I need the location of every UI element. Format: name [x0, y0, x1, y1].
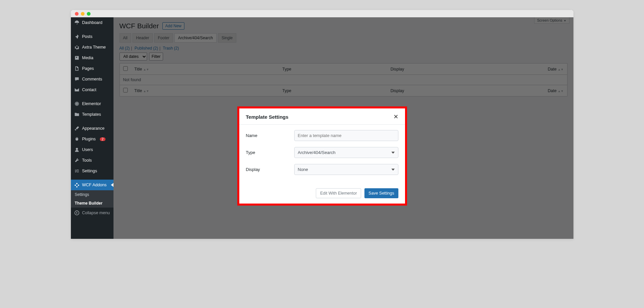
sidebar-item-settings[interactable]: Settings — [71, 166, 113, 176]
admin-sidebar: Dashboard Posts Axtra Theme Media Pages … — [71, 17, 113, 239]
sidebar-item-label: Comments — [82, 77, 102, 81]
plug-icon — [74, 136, 80, 142]
sidebar-item-appearance[interactable]: Appearance — [71, 123, 113, 134]
sidebar-item-label: Axtra Theme — [82, 45, 106, 50]
svg-point-1 — [76, 148, 78, 150]
name-input[interactable] — [294, 130, 398, 141]
media-icon — [74, 55, 80, 61]
submenu-theme-builder[interactable]: Theme Builder — [71, 199, 113, 208]
sidebar-item-media[interactable]: Media — [71, 53, 113, 63]
pin-icon — [74, 34, 80, 39]
sidebar-item-tools[interactable]: Tools — [71, 155, 113, 166]
sidebar-item-users[interactable]: Users — [71, 144, 113, 155]
sidebar-item-pages[interactable]: Pages — [71, 63, 113, 74]
sidebar-item-posts[interactable]: Posts — [71, 31, 113, 42]
sidebar-item-label: Pages — [82, 66, 94, 71]
modal-title: Template Settings — [246, 114, 289, 120]
wrench-icon — [74, 158, 80, 163]
window-zoom-icon[interactable] — [87, 12, 91, 16]
sidebar-item-label: Posts — [82, 34, 93, 39]
template-settings-modal: Template Settings ✕ Name Type Archive/40… — [239, 108, 405, 204]
sidebar-item-label: Media — [82, 56, 94, 60]
collapse-label: Collapse menu — [82, 211, 110, 215]
type-label: Type — [246, 150, 294, 155]
sidebar-item-label: Tools — [82, 158, 92, 163]
sidebar-item-comments[interactable]: Comments — [71, 74, 113, 84]
sidebar-item-contact[interactable]: Contact — [71, 84, 113, 95]
addon-icon — [74, 182, 80, 188]
display-select[interactable]: None — [294, 164, 398, 175]
sidebar-item-label: WCF Addons — [82, 183, 107, 187]
window-minimize-icon[interactable] — [81, 12, 85, 16]
wcf-submenu: Settings Theme Builder — [71, 190, 113, 208]
folder-icon — [74, 112, 80, 117]
svg-point-0 — [75, 102, 79, 106]
elementor-icon — [74, 101, 80, 106]
pages-icon — [74, 66, 80, 71]
save-settings-button[interactable]: Save Settings — [364, 188, 398, 198]
gear-icon — [74, 45, 80, 50]
highlight-border: Template Settings ✕ Name Type Archive/40… — [237, 106, 407, 206]
sidebar-item-label: Elementor — [82, 101, 101, 106]
sidebar-item-axtra[interactable]: Axtra Theme — [71, 42, 113, 53]
comment-icon — [74, 77, 80, 82]
sidebar-item-label: Settings — [82, 169, 97, 173]
sidebar-item-wcf-addons[interactable]: WCF Addons — [71, 180, 113, 190]
gauge-icon — [74, 20, 80, 25]
sidebar-item-plugins[interactable]: Plugins2 — [71, 134, 113, 144]
user-icon — [74, 147, 80, 152]
edit-with-elementor-button[interactable]: Edit With Elementor — [316, 188, 361, 198]
collapse-menu[interactable]: Collapse menu — [71, 208, 113, 218]
submenu-settings[interactable]: Settings — [71, 190, 113, 199]
brush-icon — [74, 126, 80, 131]
sidebar-item-label: Users — [82, 147, 93, 152]
plugins-badge: 2 — [100, 137, 106, 141]
title-bar — [71, 10, 573, 17]
display-label: Display — [246, 167, 294, 172]
sidebar-item-label: Templates — [82, 112, 101, 117]
name-label: Name — [246, 133, 294, 138]
mail-icon — [74, 87, 80, 92]
sidebar-item-label: Contact — [82, 87, 97, 92]
sidebar-item-elementor[interactable]: Elementor — [71, 98, 113, 109]
sidebar-item-label: Dashboard — [82, 20, 103, 25]
collapse-icon — [74, 210, 80, 216]
chevron-right-icon — [111, 183, 113, 187]
close-icon[interactable]: ✕ — [393, 113, 398, 120]
type-select[interactable]: Archive/404/Search — [294, 147, 398, 158]
sliders-icon — [74, 168, 80, 174]
sidebar-item-templates[interactable]: Templates — [71, 109, 113, 120]
window-close-icon[interactable] — [75, 12, 79, 16]
sidebar-item-label: Plugins — [82, 137, 96, 141]
sidebar-item-label: Appearance — [82, 126, 105, 131]
sidebar-item-dashboard[interactable]: Dashboard — [71, 17, 113, 28]
